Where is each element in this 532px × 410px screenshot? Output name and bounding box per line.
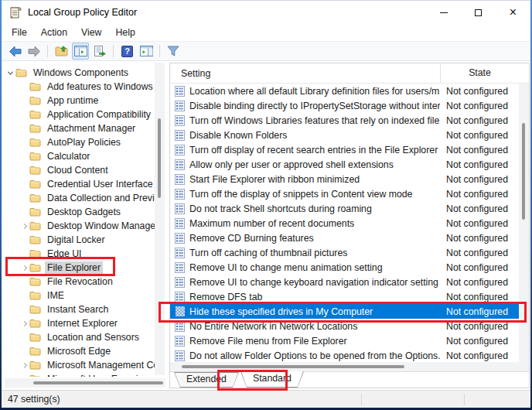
tree-chevron-icon[interactable] [19, 108, 29, 121]
tree-item[interactable]: Microsoft Edge [5, 344, 155, 358]
tree-item-label: App runtime [45, 94, 101, 107]
tree-item[interactable]: Desktop Window Manager [5, 219, 155, 233]
forward-button[interactable] [26, 43, 43, 60]
folder-icon [29, 305, 41, 314]
minimize-button[interactable] [426, 1, 461, 24]
tree-chevron-icon[interactable] [19, 261, 29, 275]
tree-chevron-icon[interactable] [19, 302, 29, 316]
tree-chevron-icon[interactable] [19, 344, 29, 358]
setting-row[interactable]: Remove UI to change keyboard navigation … [170, 275, 519, 289]
tree-item[interactable]: Digital Locker [5, 233, 155, 247]
tree-item[interactable]: Credential User Interface [5, 177, 155, 191]
column-header-state[interactable]: State [440, 63, 519, 83]
tree-chevron-icon[interactable] [19, 316, 29, 330]
tree-item-label: Add features to Windows 1 [45, 80, 155, 93]
setting-name: Start File Explorer with ribbon minimize… [189, 174, 360, 185]
menu-help[interactable]: Help [108, 26, 142, 39]
up-one-level-button[interactable] [53, 43, 70, 60]
export-list-button[interactable] [91, 43, 108, 60]
tree-item[interactable]: Edge UI [5, 247, 155, 261]
setting-row[interactable]: No Entire Network in Network Locations N… [170, 319, 519, 333]
back-button[interactable] [6, 43, 23, 60]
tree-item[interactable]: Data Collection and Previe [5, 191, 155, 205]
tree-chevron-icon[interactable] [19, 205, 29, 219]
action-pane-toggle-button[interactable] [138, 43, 155, 60]
filter-button[interactable] [165, 43, 182, 60]
setting-row[interactable]: Disable binding directly to IPropertySet… [170, 98, 519, 113]
tree-chevron-icon[interactable] [19, 149, 29, 163]
setting-row[interactable]: Remove File menu from File Explorer Not … [170, 333, 519, 348]
tree-chevron-icon[interactable] [19, 233, 29, 247]
tree-item[interactable]: Windows Components [5, 66, 155, 80]
tree-item[interactable]: Microsoft User Experien [5, 372, 155, 377]
setting-row[interactable]: Do not allow Folder Options to be opened… [170, 348, 519, 362]
maximize-button[interactable] [461, 1, 496, 24]
column-header-setting[interactable]: Setting [170, 68, 440, 79]
menu-action[interactable]: Action [34, 26, 74, 39]
tree-chevron-icon[interactable] [19, 219, 29, 233]
tree-horizontal-scrollbar[interactable] [5, 378, 165, 388]
list-horizontal-scrollbar-thumb[interactable] [182, 365, 404, 368]
tab-standard[interactable]: Standard [240, 371, 304, 388]
tree-chevron-icon[interactable] [19, 330, 29, 344]
tree-item[interactable]: Instant Search [5, 302, 155, 316]
setting-row[interactable]: Allow only per user or approved shell ex… [170, 157, 519, 172]
setting-row[interactable]: Remove DFS tab Not configured [170, 289, 519, 304]
setting-row[interactable]: Turn off Windows Libraries features that… [170, 113, 519, 128]
tree-vertical-scrollbar[interactable] [155, 63, 165, 375]
tree-item[interactable]: Desktop Gadgets [5, 205, 155, 219]
tree-chevron-icon[interactable] [19, 163, 29, 177]
setting-row[interactable]: Turn off display of recent search entrie… [170, 142, 519, 157]
close-button[interactable]: × [496, 1, 530, 24]
setting-row[interactable]: Maximum number of recent documents Not c… [170, 216, 519, 231]
menu-view[interactable]: View [74, 26, 108, 39]
tree-chevron-icon[interactable] [19, 191, 29, 205]
setting-row[interactable]: Do not track Shell shortcuts during roam… [170, 201, 519, 216]
setting-row[interactable]: Remove CD Burning features Not configure… [170, 231, 519, 245]
tree-chevron-icon[interactable] [19, 275, 29, 289]
tree-item[interactable]: File Revocation [5, 275, 155, 289]
setting-row[interactable]: Hide these specified drives in My Comput… [170, 304, 519, 319]
tree-item[interactable]: File Explorer [5, 261, 155, 275]
setting-state: Not configured [440, 277, 519, 288]
tree-item[interactable]: Cloud Content [5, 163, 155, 177]
tab-extended[interactable]: Extended [174, 372, 239, 388]
tree-item[interactable]: Application Compatibility [5, 108, 155, 121]
list-horizontal-scrollbar[interactable] [170, 362, 529, 371]
tree-chevron-icon[interactable] [19, 289, 29, 302]
setting-row[interactable]: Turn off the display of snippets in Cont… [170, 186, 519, 201]
tree-chevron-icon[interactable] [19, 121, 29, 135]
tree-item[interactable]: Attachment Manager [5, 121, 155, 135]
tree-vertical-scrollbar-thumb[interactable] [158, 118, 161, 198]
setting-row[interactable]: Turn off caching of thumbnail pictures N… [170, 245, 519, 260]
tree-horizontal-scrollbar-thumb[interactable] [33, 381, 163, 384]
setting-row[interactable]: Disable Known Folders Not configured [170, 128, 519, 142]
tree-chevron-icon[interactable] [5, 66, 15, 80]
help-button[interactable]: ? [118, 43, 135, 60]
tree-chevron-icon[interactable] [19, 94, 29, 108]
tree-item[interactable]: AutoPlay Policies [5, 135, 155, 149]
tree-item[interactable]: App runtime [5, 94, 155, 108]
tree-item[interactable]: Microsoft Management Co [5, 358, 155, 372]
tree-chevron-icon[interactable] [19, 177, 29, 191]
toolbar-separator [159, 45, 160, 57]
tree-chevron-icon[interactable] [19, 80, 29, 94]
list-vertical-scrollbar-thumb[interactable] [522, 123, 525, 220]
tree-chevron-icon[interactable] [19, 358, 29, 372]
menu-file[interactable]: File [5, 26, 34, 39]
setting-name: Allow only per user or approved shell ex… [189, 159, 394, 170]
setting-row[interactable]: Location where all default Library defin… [170, 84, 519, 98]
tree-chevron-icon[interactable] [19, 135, 29, 149]
tree-chevron-icon[interactable] [19, 372, 29, 377]
setting-row[interactable]: Remove UI to change menu animation setti… [170, 260, 519, 275]
tree-item[interactable]: Add features to Windows 1 [5, 80, 155, 94]
tree-chevron-icon[interactable] [19, 247, 29, 261]
folder-icon [29, 96, 41, 105]
tree-item[interactable]: Internet Explorer [5, 316, 155, 330]
tree-item[interactable]: Location and Sensors [5, 330, 155, 344]
console-tree-toggle-button[interactable] [72, 43, 89, 60]
tree-item[interactable]: Calculator [5, 149, 155, 163]
list-vertical-scrollbar[interactable] [519, 84, 529, 362]
tree-item[interactable]: IME [5, 289, 155, 302]
setting-row[interactable]: Start File Explorer with ribbon minimize… [170, 172, 519, 186]
